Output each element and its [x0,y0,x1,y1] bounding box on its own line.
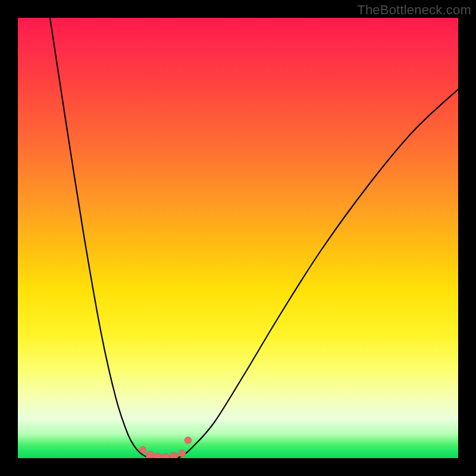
watermark-label: TheBottleneck.com [357,2,471,18]
chart-plot-area [18,18,458,458]
